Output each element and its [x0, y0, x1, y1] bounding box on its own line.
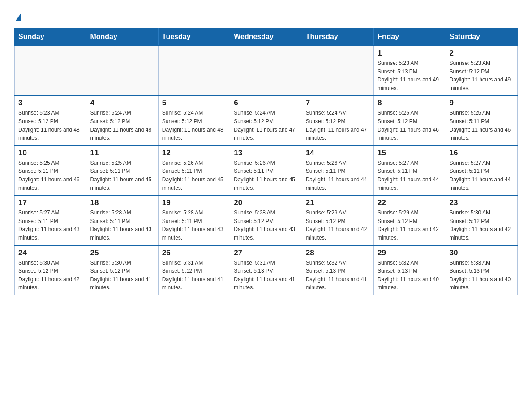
- weekday-header-thursday: Thursday: [302, 28, 373, 46]
- calendar-cell: 15Sunrise: 5:27 AMSunset: 5:11 PMDayligh…: [374, 146, 446, 195]
- calendar-cell: 17Sunrise: 5:27 AMSunset: 5:11 PMDayligh…: [15, 195, 86, 245]
- calendar-cell: 9Sunrise: 5:25 AMSunset: 5:11 PMDaylight…: [446, 95, 517, 145]
- day-info: Sunrise: 5:24 AMSunset: 5:12 PMDaylight:…: [234, 109, 298, 142]
- day-info: Sunrise: 5:29 AMSunset: 5:12 PMDaylight:…: [306, 209, 370, 242]
- day-number: 21: [306, 198, 370, 207]
- day-info: Sunrise: 5:26 AMSunset: 5:11 PMDaylight:…: [234, 159, 298, 192]
- day-number: 7: [306, 98, 370, 107]
- day-number: 19: [162, 198, 226, 207]
- calendar-cell: 3Sunrise: 5:23 AMSunset: 5:12 PMDaylight…: [15, 95, 86, 145]
- day-number: 30: [450, 248, 514, 257]
- day-info: Sunrise: 5:25 AMSunset: 5:11 PMDaylight:…: [450, 109, 514, 142]
- calendar-cell: 12Sunrise: 5:26 AMSunset: 5:11 PMDayligh…: [158, 146, 230, 195]
- day-number: 8: [378, 98, 442, 107]
- calendar-cell: 14Sunrise: 5:26 AMSunset: 5:11 PMDayligh…: [302, 146, 373, 195]
- day-info: Sunrise: 5:26 AMSunset: 5:11 PMDaylight:…: [162, 159, 226, 192]
- calendar-cell: [86, 46, 158, 95]
- calendar-cell: 10Sunrise: 5:25 AMSunset: 5:11 PMDayligh…: [15, 146, 86, 195]
- day-number: 10: [18, 149, 82, 158]
- day-number: 6: [234, 98, 298, 107]
- day-number: 14: [306, 149, 370, 158]
- day-number: 28: [306, 248, 370, 257]
- calendar-cell: 7Sunrise: 5:24 AMSunset: 5:12 PMDaylight…: [302, 95, 373, 145]
- page-header: [14, 11, 518, 20]
- day-info: Sunrise: 5:28 AMSunset: 5:11 PMDaylight:…: [162, 209, 226, 242]
- day-number: 29: [378, 248, 442, 257]
- day-info: Sunrise: 5:31 AMSunset: 5:12 PMDaylight:…: [162, 259, 226, 292]
- calendar-cell: 8Sunrise: 5:25 AMSunset: 5:12 PMDaylight…: [374, 95, 446, 145]
- day-number: 12: [162, 149, 226, 158]
- calendar-cell: 11Sunrise: 5:25 AMSunset: 5:11 PMDayligh…: [86, 146, 158, 195]
- calendar-cell: 26Sunrise: 5:31 AMSunset: 5:12 PMDayligh…: [158, 245, 230, 295]
- day-number: 1: [378, 49, 442, 58]
- calendar-cell: 21Sunrise: 5:29 AMSunset: 5:12 PMDayligh…: [302, 195, 373, 245]
- day-info: Sunrise: 5:23 AMSunset: 5:12 PMDaylight:…: [18, 109, 82, 142]
- day-number: 20: [234, 198, 298, 207]
- day-info: Sunrise: 5:24 AMSunset: 5:12 PMDaylight:…: [162, 109, 226, 142]
- day-number: 3: [18, 98, 82, 107]
- weekday-header-saturday: Saturday: [446, 28, 517, 46]
- calendar-cell: [15, 46, 86, 95]
- calendar-week-row: 3Sunrise: 5:23 AMSunset: 5:12 PMDaylight…: [15, 95, 518, 145]
- day-info: Sunrise: 5:25 AMSunset: 5:11 PMDaylight:…: [90, 159, 154, 192]
- calendar-cell: 30Sunrise: 5:33 AMSunset: 5:13 PMDayligh…: [446, 245, 517, 295]
- day-info: Sunrise: 5:30 AMSunset: 5:12 PMDaylight:…: [90, 259, 154, 292]
- day-number: 13: [234, 149, 298, 158]
- calendar-cell: 20Sunrise: 5:28 AMSunset: 5:12 PMDayligh…: [230, 195, 302, 245]
- day-info: Sunrise: 5:27 AMSunset: 5:11 PMDaylight:…: [18, 209, 82, 242]
- calendar-cell: 13Sunrise: 5:26 AMSunset: 5:11 PMDayligh…: [230, 146, 302, 195]
- calendar-cell: [302, 46, 373, 95]
- weekday-header-friday: Friday: [374, 28, 446, 46]
- logo: [14, 11, 21, 20]
- day-info: Sunrise: 5:27 AMSunset: 5:11 PMDaylight:…: [450, 159, 514, 192]
- day-number: 24: [18, 248, 82, 257]
- day-info: Sunrise: 5:29 AMSunset: 5:12 PMDaylight:…: [378, 209, 442, 242]
- calendar-cell: 4Sunrise: 5:24 AMSunset: 5:12 PMDaylight…: [86, 95, 158, 145]
- weekday-header-monday: Monday: [86, 28, 158, 46]
- day-info: Sunrise: 5:25 AMSunset: 5:11 PMDaylight:…: [18, 159, 82, 192]
- day-number: 16: [450, 149, 514, 158]
- day-info: Sunrise: 5:32 AMSunset: 5:13 PMDaylight:…: [378, 259, 442, 292]
- calendar-week-row: 24Sunrise: 5:30 AMSunset: 5:12 PMDayligh…: [15, 245, 518, 295]
- calendar-cell: 25Sunrise: 5:30 AMSunset: 5:12 PMDayligh…: [86, 245, 158, 295]
- day-info: Sunrise: 5:23 AMSunset: 5:12 PMDaylight:…: [450, 59, 514, 92]
- day-info: Sunrise: 5:30 AMSunset: 5:12 PMDaylight:…: [18, 259, 82, 292]
- day-info: Sunrise: 5:24 AMSunset: 5:12 PMDaylight:…: [90, 109, 154, 142]
- day-number: 15: [378, 149, 442, 158]
- day-info: Sunrise: 5:31 AMSunset: 5:13 PMDaylight:…: [234, 259, 298, 292]
- day-info: Sunrise: 5:28 AMSunset: 5:12 PMDaylight:…: [234, 209, 298, 242]
- calendar-cell: 22Sunrise: 5:29 AMSunset: 5:12 PMDayligh…: [374, 195, 446, 245]
- calendar-cell: 5Sunrise: 5:24 AMSunset: 5:12 PMDaylight…: [158, 95, 230, 145]
- day-number: 26: [162, 248, 226, 257]
- calendar-cell: 28Sunrise: 5:32 AMSunset: 5:13 PMDayligh…: [302, 245, 373, 295]
- calendar-cell: 24Sunrise: 5:30 AMSunset: 5:12 PMDayligh…: [15, 245, 86, 295]
- calendar-week-row: 1Sunrise: 5:23 AMSunset: 5:13 PMDaylight…: [15, 46, 518, 95]
- day-number: 22: [378, 198, 442, 207]
- calendar-cell: 1Sunrise: 5:23 AMSunset: 5:13 PMDaylight…: [374, 46, 446, 95]
- day-info: Sunrise: 5:32 AMSunset: 5:13 PMDaylight:…: [306, 259, 370, 292]
- logo-triangle-icon: [16, 13, 21, 21]
- calendar-cell: 2Sunrise: 5:23 AMSunset: 5:12 PMDaylight…: [446, 46, 517, 95]
- day-number: 18: [90, 198, 154, 207]
- calendar-cell: [158, 46, 230, 95]
- day-info: Sunrise: 5:25 AMSunset: 5:12 PMDaylight:…: [378, 109, 442, 142]
- calendar-cell: 16Sunrise: 5:27 AMSunset: 5:11 PMDayligh…: [446, 146, 517, 195]
- calendar-week-row: 17Sunrise: 5:27 AMSunset: 5:11 PMDayligh…: [15, 195, 518, 245]
- weekday-header-wednesday: Wednesday: [230, 28, 302, 46]
- day-number: 11: [90, 149, 154, 158]
- calendar-week-row: 10Sunrise: 5:25 AMSunset: 5:11 PMDayligh…: [15, 146, 518, 195]
- day-info: Sunrise: 5:24 AMSunset: 5:12 PMDaylight:…: [306, 109, 370, 142]
- calendar-cell: 19Sunrise: 5:28 AMSunset: 5:11 PMDayligh…: [158, 195, 230, 245]
- day-number: 4: [90, 98, 154, 107]
- calendar-table: SundayMondayTuesdayWednesdayThursdayFrid…: [14, 28, 518, 295]
- day-number: 23: [450, 198, 514, 207]
- weekday-header-sunday: Sunday: [15, 28, 86, 46]
- day-info: Sunrise: 5:26 AMSunset: 5:11 PMDaylight:…: [306, 159, 370, 192]
- calendar-cell: 27Sunrise: 5:31 AMSunset: 5:13 PMDayligh…: [230, 245, 302, 295]
- calendar-cell: 23Sunrise: 5:30 AMSunset: 5:12 PMDayligh…: [446, 195, 517, 245]
- day-number: 25: [90, 248, 154, 257]
- day-number: 17: [18, 198, 82, 207]
- day-number: 2: [450, 49, 514, 58]
- day-number: 27: [234, 248, 298, 257]
- day-number: 9: [450, 98, 514, 107]
